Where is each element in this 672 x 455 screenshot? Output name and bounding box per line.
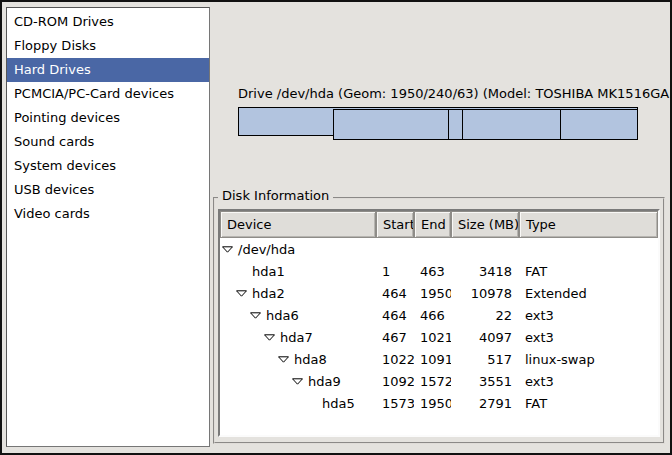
size-value: 517 [451, 352, 519, 367]
table-row--dev-hda[interactable]: /dev/hda [220, 238, 658, 260]
expander-open-icon[interactable] [250, 312, 261, 319]
table-row-hda5[interactable]: hda5157319502791FAT [220, 392, 658, 414]
start-value: 1573 [376, 396, 414, 411]
expander-open-icon[interactable] [278, 356, 289, 363]
start-value: 467 [376, 330, 414, 345]
expander-slot[interactable] [292, 378, 308, 385]
type-value: ext3 [519, 374, 658, 389]
sidebar-item-pointing-devices[interactable]: Pointing devices [7, 106, 209, 130]
partition-divider-hda5 [560, 110, 561, 139]
device-label: hda8 [294, 352, 327, 367]
partition-table-header: Device Start End Size (MB) Type [220, 211, 658, 238]
table-row-hda2[interactable]: hda2464195010978Extended [220, 282, 658, 304]
expander-open-icon[interactable] [236, 290, 247, 297]
extended-partition-box [333, 109, 638, 140]
hardware-browser-window: CD-ROM DrivesFloppy DisksHard DrivesPCMC… [0, 0, 672, 455]
partition-divider-hda9 [462, 110, 463, 139]
column-header-size-mb[interactable]: Size (MB) [451, 211, 519, 238]
expander-slot[interactable] [236, 290, 252, 297]
size-value: 4097 [451, 330, 519, 345]
device-label: hda9 [308, 374, 341, 389]
device-category-list: CD-ROM DrivesFloppy DisksHard DrivesPCMC… [6, 7, 210, 447]
start-value: 1022 [376, 352, 414, 367]
start-value: 1092 [376, 374, 414, 389]
column-header-type[interactable]: Type [519, 211, 658, 238]
end-value: 1572 [414, 374, 451, 389]
sidebar-item-sound-cards[interactable]: Sound cards [7, 130, 209, 154]
partition-table-body: /dev/hdahda114633418FAThda2464195010978E… [220, 238, 658, 435]
start-value: 1 [376, 264, 414, 279]
table-row-hda6[interactable]: hda646446622ext3 [220, 304, 658, 326]
sidebar-item-cd-rom-drives[interactable]: CD-ROM Drives [7, 10, 209, 34]
size-value: 3418 [451, 264, 519, 279]
partition-divider-hda8 [448, 110, 449, 139]
end-value: 463 [414, 264, 451, 279]
table-row-hda9[interactable]: hda9109215723551ext3 [220, 370, 658, 392]
device-label: hda1 [252, 264, 285, 279]
type-value: ext3 [519, 308, 658, 323]
start-value: 464 [376, 286, 414, 301]
expander-slot[interactable] [278, 356, 294, 363]
sidebar-item-pcmcia-pc-card-devices[interactable]: PCMCIA/PC-Card devices [7, 82, 209, 106]
device-label: hda5 [322, 396, 355, 411]
end-value: 466 [414, 308, 451, 323]
type-value: Extended [519, 286, 658, 301]
device-label: /dev/hda [238, 242, 295, 257]
size-value: 22 [451, 308, 519, 323]
size-value: 2791 [451, 396, 519, 411]
drive-title: Drive /dev/hda (Geom: 1950/240/63) (Mode… [238, 86, 638, 101]
sidebar-item-system-devices[interactable]: System devices [7, 154, 209, 178]
expander-slot[interactable] [250, 312, 266, 319]
expander-open-icon[interactable] [292, 378, 303, 385]
type-value: FAT [519, 264, 658, 279]
end-value: 1950 [414, 286, 451, 301]
size-value: 10978 [451, 286, 519, 301]
column-header-start[interactable]: Start [376, 211, 414, 238]
partition-table: Device Start End Size (MB) Type /dev/hda… [218, 209, 660, 437]
column-header-end[interactable]: End [414, 211, 451, 238]
partition-bar [238, 107, 638, 141]
start-value: 464 [376, 308, 414, 323]
table-row-hda8[interactable]: hda810221091517linux-swap [220, 348, 658, 370]
expander-open-icon[interactable] [264, 334, 275, 341]
end-value: 1021 [414, 330, 451, 345]
expander-open-icon[interactable] [222, 246, 233, 253]
device-label: hda7 [280, 330, 313, 345]
column-header-device[interactable]: Device [220, 211, 376, 238]
end-value: 1950 [414, 396, 451, 411]
end-value: 1091 [414, 352, 451, 367]
expander-slot[interactable] [264, 334, 280, 341]
type-value: ext3 [519, 330, 658, 345]
type-value: FAT [519, 396, 658, 411]
type-value: linux-swap [519, 352, 658, 367]
table-row-hda7[interactable]: hda746710214097ext3 [220, 326, 658, 348]
device-label: hda2 [252, 286, 285, 301]
sidebar-item-usb-devices[interactable]: USB devices [7, 178, 209, 202]
sidebar-item-floppy-disks[interactable]: Floppy Disks [7, 34, 209, 58]
size-value: 3551 [451, 374, 519, 389]
expander-slot[interactable] [222, 246, 238, 253]
sidebar-item-hard-drives[interactable]: Hard Drives [7, 58, 209, 82]
table-row-hda1[interactable]: hda114633418FAT [220, 260, 658, 282]
device-label: hda6 [266, 308, 299, 323]
sidebar-item-video-cards[interactable]: Video cards [7, 202, 209, 226]
disk-information-label: Disk Information [218, 188, 333, 203]
